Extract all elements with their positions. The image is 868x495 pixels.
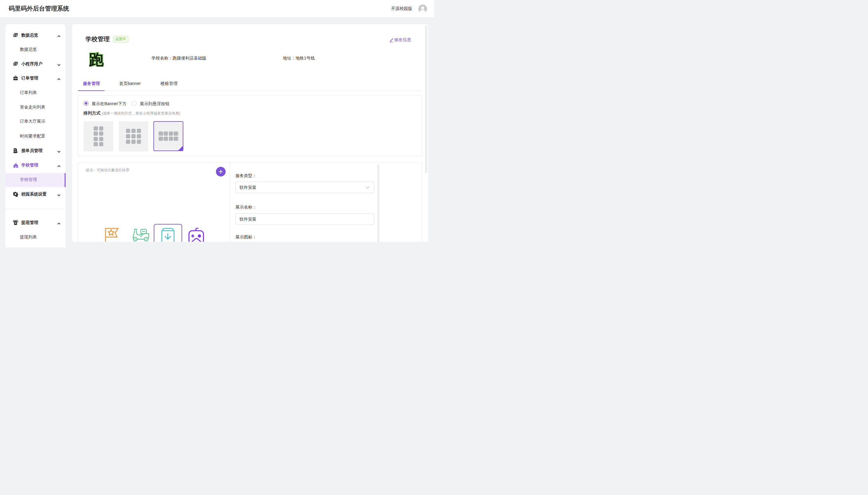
svg-text:跑: 跑	[89, 51, 104, 67]
svg-text:¥: ¥	[15, 222, 16, 224]
